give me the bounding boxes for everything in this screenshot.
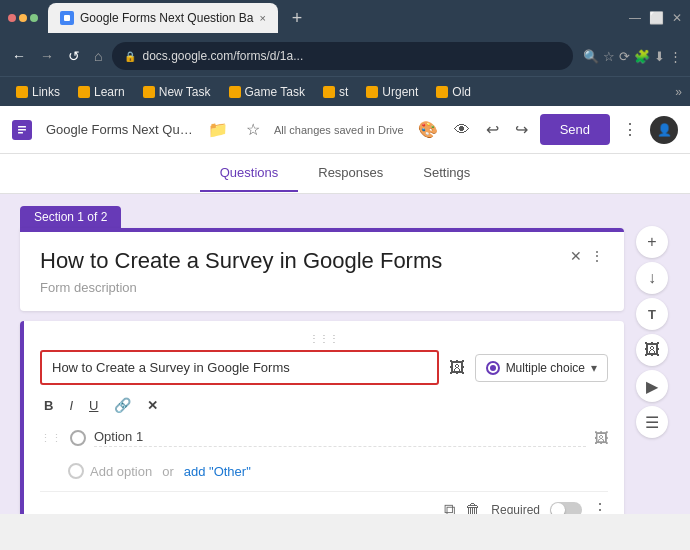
required-toggle[interactable] xyxy=(550,502,582,515)
bookmark-label: st xyxy=(339,85,348,99)
app-bar: Google Forms Next Question Based or 📁 ☆ … xyxy=(0,106,690,154)
folder-icon[interactable]: 📁 xyxy=(204,116,232,143)
format-toolbar: B I U 🔗 ✕ xyxy=(40,395,608,415)
palette-icon[interactable]: 🎨 xyxy=(414,116,442,143)
bookmark-icon-newtask xyxy=(143,86,155,98)
add-option-text[interactable]: Add option xyxy=(90,464,152,479)
add-other-link[interactable]: add "Other" xyxy=(184,464,251,479)
form-main-title: How to Create a Survey in Google Forms xyxy=(40,248,442,274)
active-tab[interactable]: Google Forms Next Question Ba × xyxy=(48,3,278,33)
search-icon[interactable]: 🔍 xyxy=(583,49,599,64)
new-tab-button[interactable]: + xyxy=(292,8,303,29)
option-image-icon[interactable]: 🖼 xyxy=(594,430,608,446)
delete-question-icon[interactable]: 🗑 xyxy=(465,501,481,515)
forward-button[interactable]: → xyxy=(36,44,58,68)
undo-icon[interactable]: ↩ xyxy=(482,116,503,143)
underline-button[interactable]: U xyxy=(85,396,102,415)
close-dot[interactable] xyxy=(8,14,16,22)
send-button[interactable]: Send xyxy=(540,114,610,145)
question-type-selector[interactable]: Multiple choice ▾ xyxy=(475,354,608,382)
bookmark-st[interactable]: st xyxy=(315,83,356,101)
footer-more-icon[interactable]: ⋮ xyxy=(592,500,608,514)
preview-icon[interactable]: 👁 xyxy=(450,117,474,143)
video-icon: ▶ xyxy=(646,377,658,396)
radio-icon xyxy=(486,361,500,375)
add-question-icon: + xyxy=(647,233,656,251)
bookmark-label: Old xyxy=(452,85,471,99)
bookmark-old[interactable]: Old xyxy=(428,83,479,101)
bookmarks-more[interactable]: » xyxy=(675,85,682,99)
add-section-button[interactable]: ☰ xyxy=(636,406,668,438)
url-text: docs.google.com/forms/d/1a... xyxy=(142,49,303,63)
bookmark-icon-urgent xyxy=(366,86,378,98)
tab-responses[interactable]: Responses xyxy=(298,155,403,192)
minimize-dot[interactable] xyxy=(19,14,27,22)
avatar[interactable]: 👤 xyxy=(650,116,678,144)
option-1-label[interactable]: Option 1 xyxy=(94,429,586,447)
required-label: Required xyxy=(491,503,540,515)
reload-button[interactable]: ↺ xyxy=(64,44,84,68)
minimize-button[interactable]: — xyxy=(629,11,641,25)
italic-button[interactable]: I xyxy=(65,396,77,415)
home-button[interactable]: ⌂ xyxy=(90,44,106,68)
form-area: Section 1 of 2 How to Create a Survey in… xyxy=(20,206,624,502)
add-title-button[interactable]: T xyxy=(636,298,668,330)
tab-close-button[interactable]: × xyxy=(259,12,265,24)
add-option-or: or xyxy=(162,464,174,479)
add-image-button[interactable]: 🖼 xyxy=(636,334,668,366)
bold-button[interactable]: B xyxy=(40,396,57,415)
option-1-row: ⋮⋮ Option 1 🖼 xyxy=(40,425,608,451)
radio-inner xyxy=(490,365,496,371)
add-question-button[interactable]: + xyxy=(636,226,668,258)
bookmark-urgent[interactable]: Urgent xyxy=(358,83,426,101)
maximize-dot[interactable] xyxy=(30,14,38,22)
redo-icon[interactable]: ↪ xyxy=(511,116,532,143)
tab-settings[interactable]: Settings xyxy=(403,155,490,192)
image-upload-icon[interactable]: 🖼 xyxy=(449,359,465,377)
extensions-icon[interactable]: 🧩 xyxy=(634,49,650,64)
right-sidebar: + ↓ T 🖼 ▶ ☰ xyxy=(634,206,670,502)
question-row: How to Create a Survey in Google Forms 🖼… xyxy=(40,350,608,385)
drag-handle-icon[interactable]: ⋮⋮⋮ xyxy=(40,333,608,344)
window-controls xyxy=(8,14,38,22)
svg-rect-3 xyxy=(18,126,26,128)
bookmark-icon[interactable]: ☆ xyxy=(603,49,615,64)
bookmark-newtask[interactable]: New Task xyxy=(135,83,219,101)
settings-icon[interactable]: ⋮ xyxy=(669,49,682,64)
section-badge: Section 1 of 2 xyxy=(20,206,121,228)
copy-question-icon[interactable]: ⧉ xyxy=(444,501,455,515)
bookmarks-bar: Links Learn New Task Game Task st Urgent… xyxy=(0,76,690,106)
url-input[interactable]: 🔒 docs.google.com/forms/d/1a... xyxy=(112,42,573,70)
dropdown-arrow-icon: ▾ xyxy=(591,361,597,375)
bookmark-label: Links xyxy=(32,85,60,99)
bookmark-links[interactable]: Links xyxy=(8,83,68,101)
bookmark-gametask[interactable]: Game Task xyxy=(221,83,313,101)
back-button[interactable]: ← xyxy=(8,44,30,68)
history-icon[interactable]: ⟳ xyxy=(619,49,630,64)
add-video-button[interactable]: ▶ xyxy=(636,370,668,402)
bookmark-label: Urgent xyxy=(382,85,418,99)
address-bar: ← → ↺ ⌂ 🔒 docs.google.com/forms/d/1a... … xyxy=(0,36,690,76)
svg-rect-5 xyxy=(18,132,23,134)
link-button[interactable]: 🔗 xyxy=(110,395,135,415)
bookmark-learn[interactable]: Learn xyxy=(70,83,133,101)
question-card: ⋮⋮⋮ How to Create a Survey in Google For… xyxy=(20,321,624,514)
title-more-icon[interactable]: ⋮ xyxy=(590,248,604,264)
clear-format-button[interactable]: ✕ xyxy=(143,396,162,415)
import-questions-button[interactable]: ↓ xyxy=(636,262,668,294)
download-icon[interactable]: ⬇ xyxy=(654,49,665,64)
close-button[interactable]: ✕ xyxy=(672,11,682,25)
main-content: Section 1 of 2 How to Create a Survey in… xyxy=(0,194,690,514)
tab-questions[interactable]: Questions xyxy=(200,155,299,192)
add-option-row: Add option or add "Other" xyxy=(40,459,608,483)
option-drag-icon: ⋮⋮ xyxy=(40,432,62,445)
title-close-icon[interactable]: ✕ xyxy=(570,248,582,264)
form-description: Form description xyxy=(40,280,442,295)
tab-title: Google Forms Next Question Ba xyxy=(80,11,253,25)
question-input[interactable]: How to Create a Survey in Google Forms xyxy=(40,350,439,385)
star-icon[interactable]: ☆ xyxy=(242,116,264,143)
bookmark-icon-old xyxy=(436,86,448,98)
more-options-icon[interactable]: ⋮ xyxy=(618,116,642,143)
restore-button[interactable]: ⬜ xyxy=(649,11,664,25)
image-icon: 🖼 xyxy=(644,341,660,359)
